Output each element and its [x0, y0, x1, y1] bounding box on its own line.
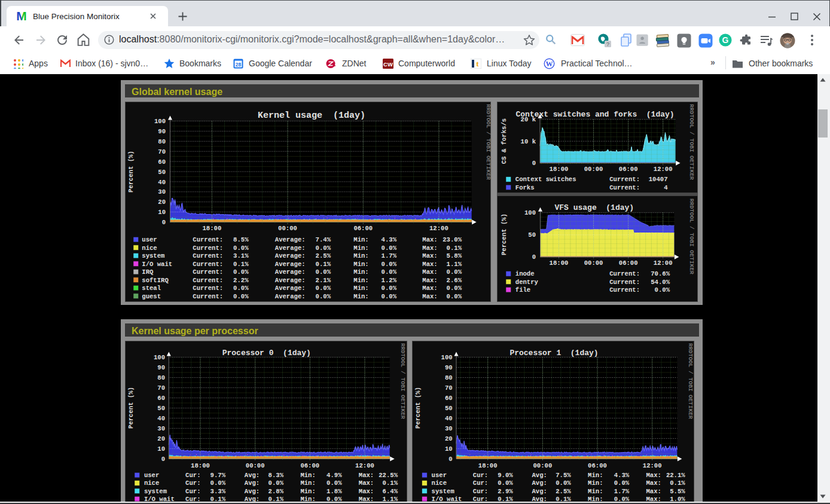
- svg-text:9.0%: 9.0%: [498, 472, 513, 479]
- svg-text:50: 50: [528, 231, 536, 239]
- svg-text:00:00: 00:00: [246, 462, 265, 469]
- svg-text:Max:: Max:: [422, 277, 437, 284]
- svg-text:Current:: Current:: [193, 236, 223, 243]
- svg-text:nice: nice: [142, 245, 157, 252]
- svg-text:18:00: 18:00: [478, 462, 498, 469]
- svg-text:0.0%: 0.0%: [316, 268, 331, 276]
- svg-text:2.1%: 2.1%: [316, 277, 331, 284]
- svg-text:Avg:: Avg:: [532, 472, 547, 479]
- svg-text:Avg:: Avg:: [532, 488, 547, 495]
- svg-text:12:00: 12:00: [355, 462, 374, 469]
- svg-text:0: 0: [162, 219, 166, 226]
- svg-text:0.1%: 0.1%: [383, 479, 398, 487]
- svg-text:Max:: Max:: [422, 293, 437, 300]
- svg-text:0.0%: 0.0%: [447, 285, 462, 292]
- svg-text:file: file: [515, 286, 530, 294]
- svg-text:0.0%: 0.0%: [210, 479, 226, 487]
- svg-text:Forks: Forks: [515, 184, 535, 191]
- svg-text:5.5%: 5.5%: [670, 488, 685, 495]
- svg-text:steal: steal: [142, 285, 161, 292]
- svg-text:1.7%: 1.7%: [382, 252, 397, 259]
- svg-text:Current:: Current:: [609, 286, 640, 294]
- svg-text:2.6%: 2.6%: [447, 277, 462, 284]
- svg-text:12:00: 12:00: [643, 462, 662, 469]
- svg-text:3.3%: 3.3%: [210, 488, 226, 495]
- svg-text:Average:: Average:: [275, 285, 306, 292]
- svg-text:00:00: 00:00: [584, 166, 603, 173]
- svg-text:Percent (%): Percent (%): [501, 213, 508, 255]
- svg-text:0.0%: 0.0%: [447, 268, 462, 276]
- svg-text:10 k: 10 k: [521, 138, 536, 145]
- svg-text:guest: guest: [142, 293, 161, 300]
- svg-text:0.0%: 0.0%: [326, 479, 342, 487]
- svg-text:0.0%: 0.0%: [233, 293, 249, 300]
- svg-text:0.0%: 0.0%: [382, 285, 397, 292]
- svg-text:Avg:: Avg:: [532, 479, 547, 487]
- svg-text:Current:: Current:: [193, 293, 223, 300]
- svg-text:6.4%: 6.4%: [383, 488, 398, 495]
- svg-text:0.0%: 0.0%: [382, 268, 397, 276]
- svg-text:4.9%: 4.9%: [326, 472, 342, 479]
- svg-text:Min:: Min:: [353, 261, 368, 268]
- svg-text:nice: nice: [432, 479, 447, 487]
- svg-text:8.3%: 8.3%: [268, 472, 284, 479]
- svg-text:5.8%: 5.8%: [447, 252, 462, 259]
- svg-text:10: 10: [157, 445, 165, 453]
- svg-text:8.5%: 8.5%: [233, 236, 249, 243]
- svg-text:Current:: Current:: [193, 268, 223, 276]
- svg-text:Min:: Min:: [353, 236, 368, 243]
- svg-text:50: 50: [445, 405, 453, 412]
- svg-text:1.7%: 1.7%: [614, 488, 630, 495]
- svg-text:18:00: 18:00: [550, 166, 569, 173]
- svg-text:system: system: [144, 488, 167, 495]
- svg-text:Min:: Min:: [588, 472, 603, 479]
- svg-text:VFS usage (1day): VFS usage (1day): [554, 203, 634, 212]
- svg-text:18:00: 18:00: [191, 462, 210, 469]
- svg-text:Context switches: Context switches: [515, 176, 576, 183]
- svg-text:Min:: Min:: [588, 479, 603, 487]
- svg-text:Cur:: Cur:: [473, 472, 488, 479]
- svg-text:Cur:: Cur:: [185, 479, 200, 487]
- svg-text:system: system: [142, 252, 164, 259]
- svg-text:Max:: Max:: [359, 488, 374, 495]
- svg-text:inode: inode: [515, 270, 535, 277]
- svg-text:0.0%: 0.0%: [382, 293, 397, 300]
- svg-text:22.1%: 22.1%: [666, 472, 685, 479]
- svg-text:Percent (%): Percent (%): [127, 387, 135, 429]
- svg-text:Average:: Average:: [275, 268, 306, 276]
- svg-text:Min:: Min:: [300, 488, 315, 495]
- svg-text:20 k: 20 k: [521, 116, 536, 123]
- svg-text:Current:: Current:: [609, 270, 640, 277]
- svg-text:user: user: [432, 472, 447, 479]
- svg-text:0.0%: 0.0%: [447, 293, 462, 300]
- svg-text:dentry: dentry: [515, 279, 539, 286]
- svg-text:90: 90: [445, 364, 453, 371]
- svg-text:18:00: 18:00: [550, 259, 569, 267]
- svg-text:0.0%: 0.0%: [556, 479, 571, 487]
- svg-text:Processor 1 (1day): Processor 1 (1day): [509, 349, 598, 358]
- svg-text:nice: nice: [144, 479, 159, 487]
- svg-text:70: 70: [158, 148, 166, 155]
- svg-text:Max:: Max:: [646, 472, 661, 479]
- svg-text:2.9%: 2.9%: [498, 488, 513, 495]
- svg-text:100: 100: [154, 354, 165, 361]
- svg-text:9.7%: 9.7%: [210, 472, 226, 479]
- svg-text:softIRQ: softIRQ: [142, 277, 169, 284]
- svg-text:Percent (%): Percent (%): [414, 387, 422, 429]
- svg-text:Min:: Min:: [300, 472, 315, 479]
- svg-text:user: user: [142, 236, 157, 243]
- svg-text:RRDTOOL / TOBI OETIKER: RRDTOOL / TOBI OETIKER: [688, 198, 695, 274]
- svg-text:80: 80: [157, 374, 165, 381]
- svg-text:0.0%: 0.0%: [316, 293, 331, 300]
- svg-text:4.3%: 4.3%: [614, 472, 630, 479]
- svg-text:Avg:: Avg:: [245, 479, 260, 487]
- svg-text:22.5%: 22.5%: [379, 472, 398, 479]
- svg-text:70: 70: [445, 384, 453, 392]
- svg-text:Min:: Min:: [353, 277, 368, 284]
- svg-text:Min:: Min:: [588, 488, 603, 495]
- svg-text:Average:: Average:: [275, 245, 306, 252]
- svg-text:18:00: 18:00: [203, 225, 222, 232]
- svg-text:0.0%: 0.0%: [382, 261, 397, 268]
- svg-text:00:00: 00:00: [584, 259, 603, 267]
- svg-text:Cur:: Cur:: [473, 488, 488, 495]
